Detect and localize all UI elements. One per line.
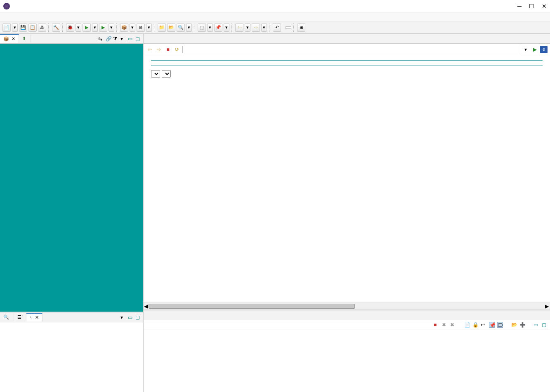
type-hierarchy-tab[interactable]: ⑂✕	[26, 313, 42, 322]
main-toolbar: 📄 ▾ 💾 📋 🖶 🔨 🐞 ▾ ▶ ▾ ▶ ▾ 📦 ▾ 🗎 ▾ 📁 📂 🔍 ▾ …	[0, 21, 550, 34]
sensor-type-select[interactable]	[151, 70, 160, 77]
open-perspective-button[interactable]: ⊞	[297, 23, 305, 32]
collapse-icon[interactable]: ⇆	[98, 36, 104, 42]
junit-icon: ⬍	[22, 36, 26, 41]
save-all-button[interactable]: 📋	[28, 23, 37, 32]
bottom-tabs	[144, 310, 550, 320]
dropdown-icon[interactable]: ▾	[12, 23, 18, 32]
link-icon[interactable]: 🔗	[106, 36, 111, 42]
clear-button[interactable]: 📄	[464, 322, 470, 328]
refresh-button[interactable]: ⟳	[173, 46, 181, 53]
console-process-desc	[145, 342, 548, 343]
editor-tabs	[144, 34, 550, 44]
toggle-button[interactable]: ⬚	[198, 23, 206, 32]
eclipse-icon	[3, 3, 10, 9]
quick-access-input[interactable]	[286, 26, 291, 29]
run-button[interactable]: ▶	[83, 23, 91, 32]
dropdown-icon[interactable]: ▾	[92, 23, 98, 32]
new-class-button[interactable]: 🗎	[137, 23, 145, 32]
dropdown-icon[interactable]: ▾	[261, 23, 267, 32]
console-toolbar: ■ ✖ ✖ 📄 🔒 ↩ 📌 🖵 📂 ➕ ▭ ▢	[144, 320, 550, 329]
run-last-button[interactable]: ▶	[99, 23, 107, 32]
dropdown-icon[interactable]: ▾	[130, 23, 135, 32]
menu-icon[interactable]: ▾	[120, 315, 126, 320]
minimize-icon[interactable]: ▭	[128, 36, 134, 42]
package-explorer-tabs: 📦 ✕ ⬍ ⇆ 🔗 ⧩ ▾ ▭ ▢	[0, 34, 143, 44]
remove-button[interactable]: ✖	[442, 322, 448, 328]
close-icon[interactable]: ✕	[35, 315, 39, 320]
debug-button[interactable]: 🐞	[66, 23, 74, 32]
dropdown-icon[interactable]: ▾	[109, 23, 114, 32]
dropdown-icon[interactable]: ▾	[224, 23, 229, 32]
console-output[interactable]	[144, 329, 550, 392]
url-input[interactable]	[182, 46, 520, 53]
temperature-chart	[198, 94, 496, 246]
save-button[interactable]: 💾	[19, 23, 27, 32]
new-package-button[interactable]: 📦	[120, 23, 128, 32]
prev-edit-button[interactable]: ↶	[273, 23, 281, 32]
maximize-icon[interactable]: ▢	[135, 315, 141, 320]
forward-button[interactable]: ⇨	[155, 46, 163, 53]
new-console-button[interactable]: ➕	[519, 322, 525, 328]
minimize-icon[interactable]: ▭	[128, 315, 134, 320]
display-button[interactable]: 🖵	[497, 322, 503, 328]
minimize-icon[interactable]: ▭	[533, 322, 539, 328]
hierarchy-icon: ⑂	[30, 315, 33, 320]
terminate-button[interactable]: ■	[434, 322, 439, 328]
horizontal-scrollbar[interactable]: ◀ ▶	[144, 303, 550, 310]
window-titlebar: ─ ☐ ✕	[0, 0, 550, 12]
search-icon: 🔍	[3, 315, 9, 320]
dropdown-icon[interactable]: ▾	[76, 23, 81, 32]
globe-icon[interactable]: e	[540, 46, 548, 53]
page-title	[151, 60, 543, 66]
open-task-button[interactable]: 📂	[167, 23, 175, 32]
package-explorer[interactable]	[0, 44, 143, 312]
browser-toolbar: ⇦ ⇨ ■ ⟳ ▾ ▶ e	[144, 44, 550, 55]
minimize-button[interactable]: ─	[517, 3, 522, 9]
search-button[interactable]: 🔍	[177, 23, 185, 32]
outline-icon: ☰	[17, 315, 21, 320]
junit-tab[interactable]: ⬍	[19, 35, 31, 42]
interval-select[interactable]	[162, 70, 171, 77]
type-hierarchy-placeholder	[0, 322, 143, 329]
outline-tabs: 🔍 ☰ ⑂✕ ▾ ▭ ▢	[0, 312, 143, 322]
build-button[interactable]: 🔨	[52, 23, 60, 32]
maximize-icon[interactable]: ▢	[135, 36, 141, 42]
dropdown-icon[interactable]: ▾	[146, 23, 152, 32]
search-tab[interactable]: 🔍	[0, 313, 14, 321]
nav-back-button[interactable]: ⇦	[235, 23, 243, 32]
new-button[interactable]: 📄	[2, 23, 11, 32]
dropdown-icon[interactable]: ▾	[207, 23, 213, 32]
close-icon[interactable]: ✕	[12, 36, 15, 42]
open-type-button[interactable]: 📁	[158, 23, 166, 32]
back-button[interactable]: ⇦	[146, 46, 153, 53]
package-explorer-tab[interactable]: 📦 ✕	[0, 34, 19, 43]
filter-icon[interactable]: ⧩	[113, 36, 119, 42]
maximize-button[interactable]: ☐	[529, 3, 534, 9]
package-icon: 📦	[3, 36, 9, 42]
remove-all-button[interactable]: ✖	[450, 322, 456, 328]
browser-pane[interactable]	[144, 55, 550, 303]
stop-button[interactable]: ■	[164, 46, 172, 53]
dropdown-icon[interactable]: ▾	[186, 23, 192, 32]
open-console-button[interactable]: 📂	[511, 322, 517, 328]
dropdown-icon[interactable]: ▾	[522, 46, 529, 53]
menu-icon[interactable]: ▾	[120, 36, 126, 42]
scroll-lock-button[interactable]: 🔒	[472, 322, 478, 328]
close-button[interactable]: ✕	[542, 3, 547, 9]
nav-fwd-button[interactable]: ⇨	[252, 23, 260, 32]
outline-tab[interactable]: ☰	[14, 313, 26, 321]
go-button[interactable]: ▶	[531, 46, 538, 53]
word-wrap-button[interactable]: ↩	[481, 322, 486, 328]
menu-bar	[0, 12, 550, 21]
dropdown-icon[interactable]: ▾	[245, 23, 250, 32]
pin-console-button[interactable]: 📌	[489, 322, 495, 328]
pin-button[interactable]: 📌	[214, 23, 222, 32]
print-button[interactable]: 🖶	[38, 23, 46, 32]
maximize-icon[interactable]: ▢	[542, 322, 548, 328]
